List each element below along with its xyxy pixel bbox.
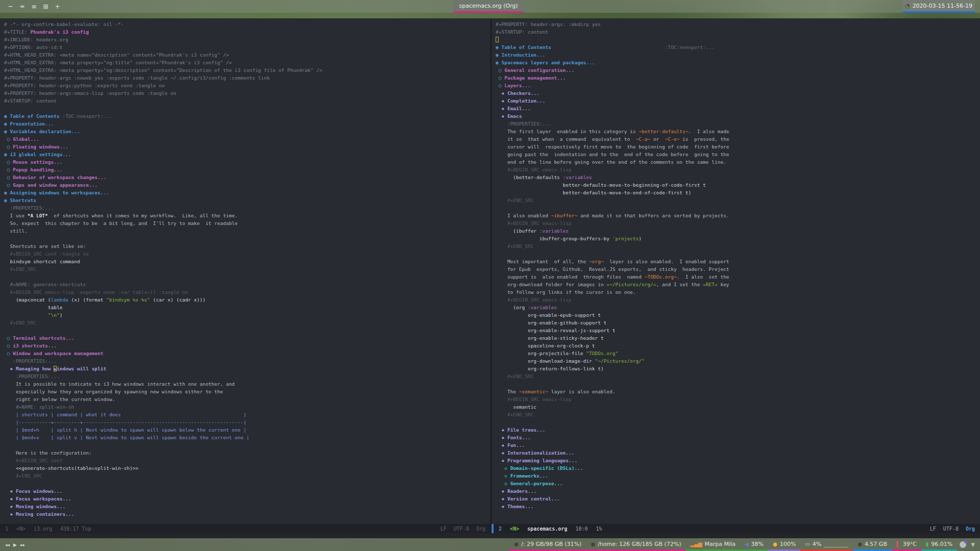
- buffer-i3-org[interactable]: # -*- org-confirm-babel-evaluate: nil -*…: [0, 18, 491, 524]
- text-span: ✸: [501, 442, 507, 448]
- buffer-line: (ibuffer :variables: [496, 227, 980, 235]
- layout-tabbed-icon[interactable]: ⊞: [42, 3, 49, 10]
- text-span: ◉: [4, 197, 10, 203]
- evil-state-indicator: <N>: [16, 526, 26, 532]
- text-span: indows will split: [57, 366, 106, 371]
- text-span: i3 global settings...: [10, 152, 71, 157]
- module-label: 96.01%: [931, 541, 952, 547]
- text-span: layer is also enabled. I enabled support: [604, 259, 729, 264]
- buffer-line: ◉ Shortcuts: [4, 196, 491, 204]
- text-span: layer is also enabled.: [548, 389, 616, 394]
- text-span: Global...: [13, 136, 39, 142]
- buffer-line: especially how they are organized by spa…: [4, 388, 491, 395]
- buffer-line: #+BEGIN_SRC conf: [4, 457, 491, 464]
- text-span: it so that when a command equivalent to: [496, 136, 636, 142]
- buffer-line: org-download-image-dir "~/Pictures/org/": [496, 357, 980, 365]
- text-span: "bindsym %s %s": [106, 297, 150, 303]
- minibuffer[interactable]: [0, 533, 980, 538]
- text-span: Mouse settings...: [13, 159, 62, 165]
- text-span: Fonts...: [507, 435, 531, 440]
- battery-module[interactable]: ▮96.01%: [921, 538, 957, 551]
- text-span: Shortcuts are set like so:: [4, 243, 86, 249]
- layout-stacked-icon[interactable]: ═: [19, 3, 26, 10]
- disk-root-module[interactable]: ●/: 29 GB/98 GB (31%): [509, 538, 586, 551]
- text-span: ○: [499, 67, 504, 73]
- next-track-icon[interactable]: ▸▸: [20, 542, 25, 547]
- text-span: Package management...: [504, 75, 566, 81]
- major-mode: Org: [476, 526, 485, 532]
- buffer-line: [4, 441, 491, 449]
- previous-track-icon[interactable]: ◂◂: [5, 542, 10, 547]
- scroll-percent: 1%: [596, 526, 602, 532]
- text-span: The first layer enabled in this category…: [496, 129, 639, 134]
- discord-tray-icon[interactable]: [960, 541, 966, 548]
- buffer-line: ✸ Internationalization...: [496, 449, 980, 457]
- text-span: going past the indentation and to the en…: [496, 152, 729, 157]
- monitor-icon: ▭: [805, 541, 810, 547]
- text-span: [4, 366, 10, 371]
- brightness-module[interactable]: ●100%: [768, 538, 800, 551]
- text-span: #+BEGIN_SRC emacs-lisp: [496, 396, 572, 402]
- text-span: i3 shortcuts...: [13, 343, 57, 348]
- text-span: bindsym shortcut command: [4, 259, 80, 264]
- active-window-title-tab[interactable]: spacemacs.org (Org): [453, 0, 524, 13]
- text-span: #+END_SRC: [496, 373, 533, 379]
- text-span: #+PROPERTY: header-args:python :exports …: [4, 83, 165, 88]
- buffer-spacemacs-org[interactable]: #+PROPERTY: header-args: :mkdirp yes#+ST…: [492, 18, 980, 524]
- layout-stacking-icon[interactable]: ≡: [31, 3, 37, 10]
- text-span: ✸: [501, 98, 507, 104]
- layout-split-icon[interactable]: ─: [7, 3, 14, 10]
- text-span: ~ibuffer~: [551, 213, 577, 218]
- buffer-line: (better-defaults :variables: [496, 173, 980, 181]
- text-span: :TOC:noexport:...: [665, 44, 715, 50]
- text-span: #+END_SRC: [496, 243, 533, 249]
- text-span: Variables declaration...: [10, 129, 80, 134]
- text-span: =~/Pictures/org/=: [606, 282, 656, 287]
- text-span: ○: [499, 83, 504, 88]
- buffer-line: end of the line before going over the en…: [496, 158, 980, 166]
- text-span: (x) (format: [68, 297, 106, 303]
- play-icon[interactable]: ▶: [13, 542, 17, 547]
- buffer-line: ✸ Focus workspaces...: [4, 495, 491, 503]
- text-span: :PROPERTIES:...: [4, 358, 57, 364]
- modeline-left: 1 <N> i3.org 438:17 Top LF UTF-8 Org: [0, 524, 491, 533]
- buffer-line: #+STARTUP: content: [496, 28, 980, 36]
- new-window-icon[interactable]: +: [54, 3, 61, 10]
- buffer-line: org-enable-reveal-js-support t: [496, 327, 980, 334]
- buffer-line: | $mod+v | split v | Next window to spaw…: [4, 434, 491, 441]
- buffer-line: [4, 273, 491, 281]
- buffer-line: #+PROPERTY: header-args: :mkdirp yes: [496, 20, 980, 28]
- buffer-line: #+OPTIONS: auto-id:t: [4, 43, 491, 51]
- memory-module[interactable]: ●4.57 GB: [853, 538, 892, 551]
- buffer-line: ○ Floating windows...: [4, 143, 491, 151]
- cpu-module[interactable]: ▭4%________: [800, 538, 853, 551]
- buffer-line: Most important of all, the ~org~ layer i…: [496, 258, 980, 265]
- evil-state-indicator: <N>: [510, 526, 519, 532]
- datetime-text: 2020-03-15 11-56-19: [913, 3, 972, 9]
- tray-icon[interactable]: ▼: [971, 542, 975, 547]
- buffer-line: #+HTML_HEAD_EXTRA: <meta property="og:ti…: [4, 59, 491, 66]
- emacs-window-right: #+PROPERTY: header-args: :mkdirp yes#+ST…: [492, 18, 980, 533]
- clock-widget[interactable]: ◔ 2020-03-15 11-56-19: [902, 0, 975, 13]
- text-span: ◉: [4, 152, 10, 157]
- text-span: Here is the configuration:: [4, 450, 92, 456]
- text-span: ): [60, 312, 63, 318]
- volume-module[interactable]: ◀38%: [740, 538, 768, 551]
- text-span: # -*- org-confirm-babel-evaluate: nil -*…: [4, 21, 124, 27]
- text-span: [496, 106, 501, 111]
- text-span: . I also set the: [677, 274, 729, 280]
- buffer-line: ✿ Frameworks...: [496, 472, 980, 480]
- temperature-module[interactable]: ▍39°C: [892, 538, 921, 551]
- text-span: #+BEGIN_SRC emacs-lisp: [496, 220, 572, 226]
- buffer-line: #+BEGIN_SRC emacs-lisp :exports none :va…: [4, 288, 491, 296]
- buffer-line: still.: [4, 227, 491, 235]
- music-module[interactable]: ▂▄▆Marpa Mila: [685, 538, 740, 551]
- encoding-indicator: UTF-8: [454, 526, 469, 532]
- text-span: "TODOs.org": [586, 350, 618, 356]
- module-label: 39°C: [903, 541, 917, 547]
- module-label: Marpa Mila: [705, 541, 736, 547]
- text-span: [4, 488, 10, 494]
- text-span: [496, 496, 501, 502]
- text-span: ~semantic~: [519, 389, 548, 394]
- disk-home-module[interactable]: ●/home: 126 GB/185 GB (72%): [586, 538, 685, 551]
